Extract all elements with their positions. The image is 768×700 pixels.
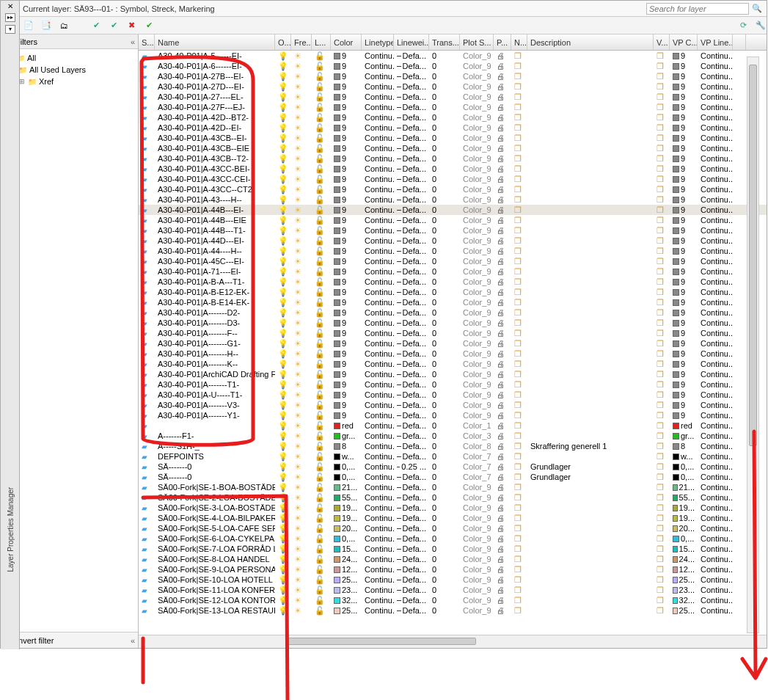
delete-layer-icon[interactable]: 🗂 [58,20,70,32]
table-row[interactable]: ▰SÄ00-Fork|SE-8-LOA HANDEL💡☀🔓 24...Conti… [139,554,767,564]
color-swatch[interactable] [334,453,340,460]
newvp-icon[interactable]: ❐ [514,267,522,277]
lock-icon[interactable]: 🔓 [315,123,325,133]
table-row[interactable]: ▰A30-40-P01|A-42D--EI-💡☀🔓 9Continu... De… [139,123,767,133]
vpcolor-swatch[interactable] [673,556,678,563]
transparency-cell[interactable]: 0 [429,401,460,409]
vpcolor-swatch[interactable] [673,125,679,131]
printer-icon[interactable]: 🖨 [497,390,505,399]
sun-icon[interactable]: ☀ [294,72,301,81]
vplinetype-cell[interactable]: Continu... [698,277,733,286]
vpfreeze-icon[interactable]: ❐ [657,277,664,287]
linetype-cell[interactable]: Continu... [362,462,394,471]
lineweight-cell[interactable]: Defa... [394,154,429,163]
newvp-icon[interactable]: ❐ [514,349,522,359]
table-row[interactable]: ▰A30-40-P01|A-43CB--EI-💡☀🔓 9Continu... D… [139,133,767,143]
linetype-cell[interactable]: Continu... [362,51,394,60]
bulb-icon[interactable]: 💡 [278,257,288,266]
vpcolor-swatch[interactable] [673,536,679,542]
vpfreeze-icon[interactable]: ❐ [657,103,664,112]
bulb-icon[interactable]: 💡 [278,575,288,585]
sun-icon[interactable]: ☀ [294,82,301,92]
vpcolor-swatch[interactable] [673,135,679,142]
bulb-icon[interactable]: 💡 [278,236,288,246]
col-vpcolor[interactable]: VP C... [670,34,698,50]
lock-icon[interactable]: 🔓 [315,92,325,102]
sun-icon[interactable]: ☀ [294,514,301,523]
newvp-icon[interactable]: ❐ [514,123,522,133]
table-row[interactable]: ▰A30-40-P01|A-B-E12-EK-💡☀🔓 9Continu... D… [139,287,767,297]
vpcolor-swatch[interactable] [673,53,679,59]
newvp-icon[interactable]: ❐ [514,216,522,225]
lock-icon[interactable]: 🔓 [315,185,325,194]
vpfreeze-icon[interactable]: ❐ [657,411,664,420]
vplinetype-cell[interactable]: Continu... [698,185,733,194]
vpcolor-swatch[interactable] [673,464,679,470]
linetype-cell[interactable]: Continu... [362,298,394,307]
lock-icon[interactable]: 🔓 [315,575,325,585]
vplinetype-cell[interactable]: Continu... [698,51,733,60]
vpcolor-swatch[interactable] [673,412,679,419]
bulb-icon[interactable]: 💡 [278,462,288,472]
linetype-cell[interactable]: Continu... [362,421,394,430]
tree-xref[interactable]: ⊞📁Xref [4,76,135,87]
newvp-icon[interactable]: ❐ [514,586,522,595]
newvp-icon[interactable]: ❐ [514,308,522,318]
printer-icon[interactable]: 🖨 [497,247,505,255]
sun-icon[interactable]: ☀ [294,329,301,338]
vpcolor-swatch[interactable] [673,330,679,337]
vpcolor-swatch[interactable] [673,114,679,121]
delete-icon[interactable]: ✖ [125,20,137,32]
sun-icon[interactable]: ☀ [294,586,301,595]
transparency-cell[interactable]: 0 [429,431,460,440]
vpfreeze-icon[interactable]: ❐ [657,349,664,359]
newvp-icon[interactable]: ❐ [514,514,522,523]
vplinetype-cell[interactable]: Continu... [698,329,733,338]
sun-icon[interactable]: ☀ [294,195,301,205]
lineweight-cell[interactable]: Defa... [394,534,429,543]
collapse-foot-icon[interactable]: « [131,636,135,645]
newvp-icon[interactable]: ❐ [514,596,522,605]
lock-icon[interactable]: 🔓 [315,236,325,246]
color-swatch[interactable] [334,186,340,193]
bulb-icon[interactable]: 💡 [278,51,288,61]
vpfreeze-icon[interactable]: ❐ [657,473,664,482]
bulb-icon[interactable]: 💡 [278,473,288,482]
printer-icon[interactable]: 🖨 [497,51,505,60]
lineweight-cell[interactable]: Defa... [394,370,429,379]
color-swatch[interactable] [334,597,340,604]
vpcolor-swatch[interactable] [673,382,679,388]
col-lineweight[interactable]: Linewei... [394,34,429,50]
newvp-icon[interactable]: ❐ [514,534,522,544]
vpfreeze-icon[interactable]: ❐ [657,503,664,513]
vpfreeze-icon[interactable]: ❐ [657,462,664,472]
vpfreeze-icon[interactable]: ❐ [657,113,664,123]
printer-icon[interactable]: 🖨 [497,288,505,296]
linetype-cell[interactable]: Continu... [362,370,394,379]
vpcolor-swatch[interactable] [673,423,679,429]
vplinetype-cell[interactable]: Continu... [698,195,733,204]
newvp-icon[interactable]: ❐ [514,339,522,349]
sun-icon[interactable]: ☀ [294,493,301,503]
lineweight-cell[interactable]: Defa... [394,524,429,533]
bulb-icon[interactable]: 💡 [278,164,288,174]
transparency-cell[interactable]: 0 [429,452,460,461]
transparency-cell[interactable]: 0 [429,349,460,358]
linetype-cell[interactable]: Continu... [362,473,394,481]
linetype-cell[interactable]: Continu... [362,442,394,451]
newvp-icon[interactable]: ❐ [514,370,522,379]
vpfreeze-icon[interactable]: ❐ [657,452,664,462]
sun-icon[interactable]: ☀ [294,175,301,184]
linetype-cell[interactable]: Continu... [362,318,394,327]
table-row[interactable]: ▰A30-40-P01|A-43CC-CEI-💡☀🔓 9Continu... D… [139,174,767,184]
vpfreeze-icon[interactable]: ❐ [657,360,664,369]
vpfreeze-icon[interactable]: ❐ [657,390,664,400]
printer-icon[interactable]: 🖨 [497,123,505,132]
vpcolor-swatch[interactable] [673,104,679,111]
printer-icon[interactable]: 🖨 [497,493,505,502]
linetype-cell[interactable]: Continu... [362,555,394,564]
color-swatch[interactable] [334,176,340,183]
vpcolor-swatch[interactable] [673,453,679,460]
linetype-cell[interactable]: Continu... [362,514,394,522]
printer-icon[interactable]: 🖨 [497,339,505,348]
